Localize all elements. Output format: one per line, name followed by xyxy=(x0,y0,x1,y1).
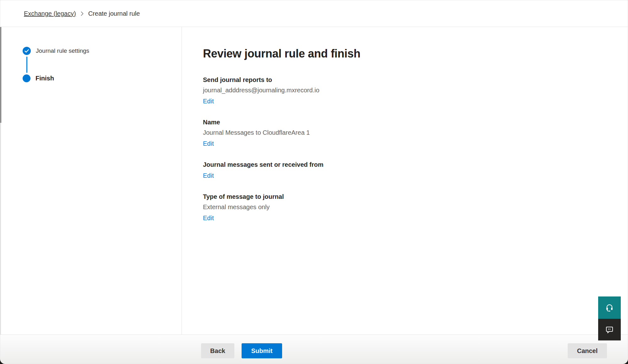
edit-name-link[interactable]: Edit xyxy=(203,139,214,148)
section-send-journal-reports-to: Send journal reports to journal_adddress… xyxy=(203,76,615,106)
feedback-button[interactable] xyxy=(598,319,621,340)
section-value: journal_adddress@journaling.mxrecord.io xyxy=(203,86,615,95)
wizard-footer: Back Submit Cancel xyxy=(0,334,628,364)
wizard-body: Journal rule settings Finish Review jour… xyxy=(0,27,628,334)
review-content: Review journal rule and finish Send jour… xyxy=(182,27,628,334)
edit-journal-messages-link[interactable]: Edit xyxy=(203,171,214,180)
headset-icon xyxy=(605,303,614,312)
section-name: Name Journal Messages to CloudflareArea … xyxy=(203,118,615,148)
review-sections: Send journal reports to journal_adddress… xyxy=(203,76,615,222)
chevron-right-icon xyxy=(81,11,84,16)
step-finish[interactable]: Finish xyxy=(23,74,182,82)
section-label: Journal messages sent or received from xyxy=(203,160,615,169)
breadcrumb: Exchange (legacy) Create journal rule xyxy=(24,10,140,17)
breadcrumb-link-exchange-legacy[interactable]: Exchange (legacy) xyxy=(24,10,76,17)
chat-feedback-icon xyxy=(605,325,614,334)
step-label-finish: Finish xyxy=(35,75,54,82)
section-journal-messages-sent-or-received: Journal messages sent or received from E… xyxy=(203,160,615,180)
left-edge-artifact-dark xyxy=(0,27,1,123)
page-title: Review journal rule and finish xyxy=(203,47,615,61)
section-label: Type of message to journal xyxy=(203,193,615,201)
floating-helper-buttons xyxy=(598,296,621,340)
wizard-steps-sidebar: Journal rule settings Finish xyxy=(0,27,182,334)
edit-send-journal-reports-link[interactable]: Edit xyxy=(203,97,214,106)
step-connector-line xyxy=(26,57,27,73)
header-bar: Exchange (legacy) Create journal rule xyxy=(0,0,628,27)
create-journal-rule-wizard-window: Exchange (legacy) Create journal rule Jo… xyxy=(0,0,628,364)
breadcrumb-current-page: Create journal rule xyxy=(88,10,140,17)
left-edge-artifact-light xyxy=(0,123,1,334)
cancel-button[interactable]: Cancel xyxy=(568,343,607,358)
back-button[interactable]: Back xyxy=(201,343,234,358)
section-type-of-message: Type of message to journal External mess… xyxy=(203,193,615,222)
section-value: External messages only xyxy=(203,203,615,211)
check-circle-icon xyxy=(23,47,31,55)
edit-type-of-message-link[interactable]: Edit xyxy=(203,214,214,222)
section-label: Name xyxy=(203,118,615,127)
step-label-journal-rule-settings: Journal rule settings xyxy=(36,47,89,54)
section-label: Send journal reports to xyxy=(203,76,615,84)
step-journal-rule-settings[interactable]: Journal rule settings xyxy=(23,47,182,55)
submit-button[interactable]: Submit xyxy=(242,343,282,358)
help-support-button[interactable] xyxy=(598,296,621,319)
filled-dot-icon xyxy=(23,74,30,82)
section-value: Journal Messages to CloudflareArea 1 xyxy=(203,128,615,137)
